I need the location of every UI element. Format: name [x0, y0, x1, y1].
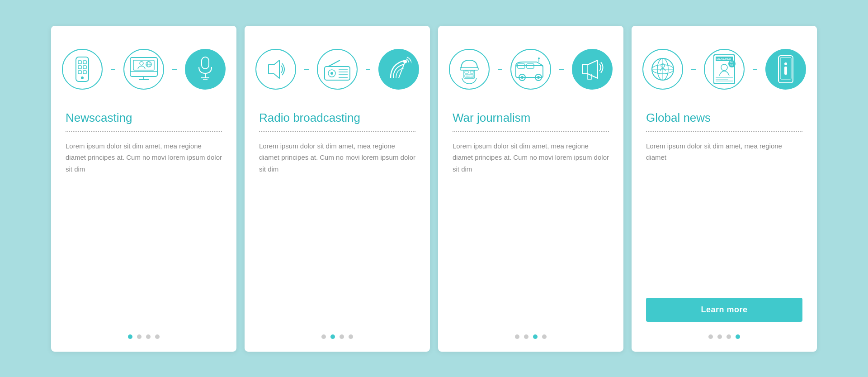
card-title-war: War journalism [453, 111, 609, 125]
icons-row-newscasting [66, 42, 222, 96]
card-text-war: Lorem ipsum dolor sit dim amet, mea regi… [453, 140, 609, 324]
svg-marker-47 [582, 60, 598, 78]
dot-2 [717, 334, 722, 339]
satellite-dish-icon [378, 49, 419, 90]
dot-4 [349, 334, 353, 339]
svg-point-7 [81, 76, 84, 79]
card-newscasting: Newscasting Lorem ipsum dolor sit dim am… [51, 26, 236, 352]
dot-3 [726, 334, 731, 339]
card-war-journalism: PRESS [438, 26, 623, 352]
svg-text:10: 10 [730, 64, 733, 67]
radio-icon [317, 49, 358, 90]
card-title-newscasting: Newscasting [66, 111, 222, 125]
svg-rect-35 [470, 71, 474, 73]
svg-point-11 [140, 62, 143, 65]
icons-row-radio [259, 42, 415, 96]
svg-rect-34 [465, 71, 468, 73]
svg-marker-21 [269, 60, 279, 78]
icons-row-war: PRESS [453, 42, 609, 96]
card-title-radio: Radio broadcasting [259, 111, 415, 125]
svg-rect-6 [83, 71, 86, 74]
svg-point-42 [538, 57, 540, 59]
svg-point-60 [721, 64, 727, 71]
dashed-line [172, 69, 177, 70]
svg-point-69 [784, 62, 787, 65]
svg-text:PRESS: PRESS [466, 75, 474, 78]
megaphone-icon [572, 49, 613, 90]
remote-icon [62, 49, 103, 90]
dot-3 [146, 334, 151, 339]
svg-line-22 [328, 60, 340, 67]
card-global-news: MAGAZINE Top 10 [632, 26, 817, 352]
correspondent-icon: PRESS [449, 49, 490, 90]
svg-rect-32 [460, 67, 478, 70]
svg-rect-17 [202, 57, 209, 69]
dot-1 [128, 334, 132, 339]
dot-1 [515, 334, 519, 339]
dashed-line [691, 69, 696, 70]
dot-1 [321, 334, 326, 339]
dots-row-newscasting [66, 334, 222, 339]
svg-point-44 [521, 76, 524, 79]
divider [66, 131, 222, 132]
news-van-icon [510, 49, 551, 90]
dot-2 [330, 334, 335, 339]
dot-2 [524, 334, 528, 339]
divider [259, 131, 415, 132]
learn-more-button[interactable]: Learn more [646, 298, 802, 322]
microphone-icon [185, 49, 226, 90]
globe-icon [642, 49, 683, 90]
card-radio-broadcasting: Radio broadcasting Lorem ipsum dolor sit… [245, 26, 430, 352]
divider [646, 131, 802, 132]
card-text-global: Lorem ipsum dolor sit dim amet, mea regi… [646, 140, 802, 293]
dot-3 [533, 334, 538, 339]
dashed-line [753, 69, 757, 70]
card-text-radio: Lorem ipsum dolor sit dim amet, mea regi… [259, 140, 415, 324]
dot-3 [340, 334, 344, 339]
dashed-line [366, 69, 370, 70]
icons-row-global: MAGAZINE Top 10 [646, 42, 802, 96]
info-phone-icon [765, 49, 806, 90]
dot-4 [736, 334, 740, 339]
cards-container: Newscasting Lorem ipsum dolor sit dim am… [33, 8, 835, 370]
svg-text:MAGAZINE: MAGAZINE [717, 58, 731, 61]
svg-point-25 [330, 72, 333, 75]
dot-2 [137, 334, 142, 339]
dots-row-radio [259, 334, 415, 339]
dashed-line [498, 69, 502, 70]
svg-rect-1 [78, 61, 81, 64]
dot-1 [708, 334, 713, 339]
svg-rect-2 [83, 61, 86, 64]
speaker-icon [255, 49, 296, 90]
svg-rect-4 [83, 66, 86, 69]
dot-4 [542, 334, 547, 339]
dashed-line [304, 69, 309, 70]
svg-rect-5 [78, 71, 81, 74]
dots-row-global [646, 334, 802, 339]
magazine-icon: MAGAZINE Top 10 [704, 49, 745, 90]
dot-4 [155, 334, 160, 339]
svg-text:Top: Top [730, 61, 733, 63]
svg-point-46 [537, 76, 540, 79]
dashed-line [111, 69, 115, 70]
tv-news-icon [123, 49, 164, 90]
dashed-line [559, 69, 564, 70]
svg-point-31 [403, 60, 407, 63]
svg-rect-70 [784, 67, 787, 75]
divider [453, 131, 609, 132]
dots-row-war [453, 334, 609, 339]
svg-rect-3 [78, 66, 81, 69]
card-title-global: Global news [646, 111, 802, 125]
card-text-newscasting: Lorem ipsum dolor sit dim amet, mea regi… [66, 140, 222, 324]
